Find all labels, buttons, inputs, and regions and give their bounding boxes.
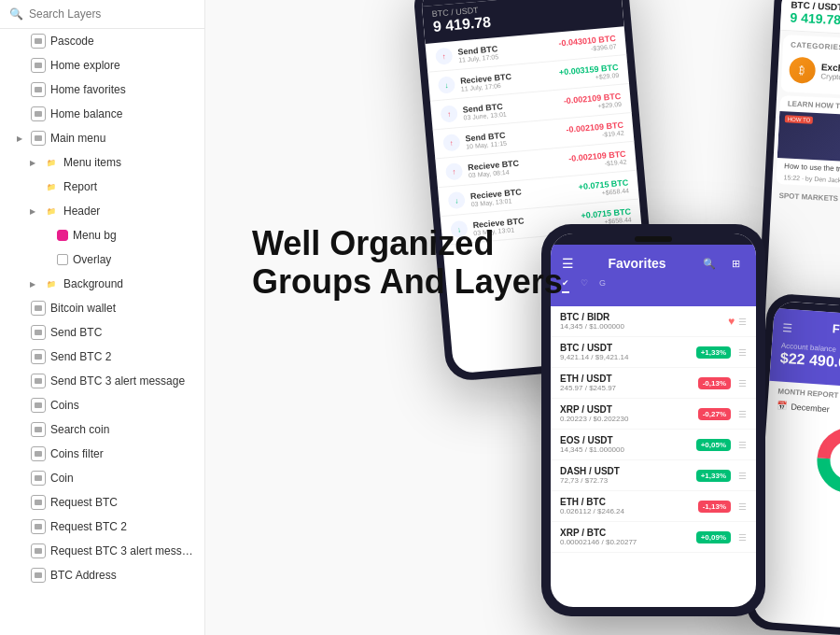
layer-icon-coins-filter: [31, 446, 46, 461]
sidebar-item-send-btc-2[interactable]: Send BTC 2: [0, 345, 204, 369]
coin-menu-icon[interactable]: ☰: [738, 317, 747, 327]
sidebar-item-request-btc[interactable]: Request BTC: [0, 490, 204, 515]
tx-amount: -0.002109 BTC+$29.09: [563, 91, 622, 111]
layer-icon-send-btc-3: [31, 374, 46, 388]
sidebar-item-coins[interactable]: Coins: [0, 393, 204, 417]
phone2-tab-active[interactable]: ✔: [562, 278, 569, 293]
tx-icon: ↑: [440, 105, 458, 123]
coin-row[interactable]: BTC / USDT9,421.14 / $9,421.14+1,33%☰: [551, 337, 756, 368]
search-input[interactable]: [29, 7, 195, 21]
phone2-qr-icon[interactable]: ⊞: [726, 254, 745, 273]
sidebar-item-header[interactable]: ▶📁Header: [0, 199, 204, 223]
coin-row[interactable]: XRP / USDT0.20223 / $0.202230-0,27%☰: [551, 399, 756, 430]
coin-pair: EOS / USDT: [560, 435, 696, 445]
sidebar-item-request-btc-3[interactable]: Request BTC 3 alert message: [0, 539, 204, 563]
layer-label-home-balance: Home balance: [50, 107, 122, 120]
coin-price: 9,421.14 / $9,421.14: [560, 353, 696, 361]
layer-label-home-favorites: Home favorites: [50, 83, 126, 96]
sidebar-item-background[interactable]: ▶📁Background: [0, 272, 204, 296]
tx-info: Send BTC03 June, 13:01: [462, 96, 559, 120]
coin-badge: +1,33%: [696, 346, 731, 359]
coin-info: BTC / USDT9,421.14 / $9,421.14: [560, 343, 696, 361]
sidebar-item-pascode[interactable]: Pascode: [0, 29, 204, 53]
coin-row[interactable]: DASH / USDT72,73 / $72.73+1,33%☰: [551, 460, 756, 491]
coin-right: -0,13%☰: [698, 377, 747, 389]
sidebar-item-btc-address[interactable]: BTC Address: [0, 563, 204, 587]
coin-info: BTC / BIDR14,345 / $1.000000: [560, 312, 728, 331]
phone2-search-icon[interactable]: 🔍: [700, 254, 719, 273]
coin-row[interactable]: BTC / BIDR14,345 / $1.000000♥☰: [551, 306, 756, 337]
month-label: December: [791, 402, 830, 414]
coin-price: 72,73 / $72.73: [560, 476, 696, 485]
sidebar-item-send-btc-3[interactable]: Send BTC 3 alert message: [0, 369, 204, 393]
coin-menu-icon[interactable]: ☰: [738, 501, 747, 512]
phone4-menu-icon: ☰: [782, 320, 793, 334]
coin-menu-icon[interactable]: ☰: [738, 440, 747, 450]
how-to-badge: HOW TO: [785, 115, 814, 124]
layer-icon-coins: [31, 398, 46, 413]
sidebar-item-coin[interactable]: Coin: [0, 466, 204, 490]
donut-chart: $3.2: [762, 414, 840, 508]
coin-right: ♥☰: [728, 315, 747, 328]
layer-icon-request-btc: [31, 495, 46, 510]
sidebar-item-search-coin[interactable]: Search coin: [0, 417, 204, 442]
layer-label-send-btc: Send BTC: [50, 326, 102, 339]
layer-label-report: Report: [63, 180, 97, 193]
layer-icon-bitcoin-wallet: [31, 301, 46, 316]
sidebar-item-request-btc-2[interactable]: Request BTC 2: [0, 515, 204, 539]
phone2-tab-3[interactable]: G: [599, 278, 606, 293]
phone4-header: ☰ Favorites ✔ Account balance $22 490.00…: [769, 308, 840, 393]
layer-icon-overlay: [57, 254, 68, 265]
coin-pair: ETH / USDT: [560, 374, 698, 384]
sidebar-item-send-btc[interactable]: Send BTC: [0, 320, 204, 345]
coin-badge: -0,13%: [698, 377, 731, 389]
layer-label-coins: Coins: [50, 399, 79, 412]
sidebar-item-home-balance[interactable]: Home balance: [0, 102, 204, 126]
sidebar-item-home-explore[interactable]: Home explore: [0, 53, 204, 78]
sidebar-item-main-menu[interactable]: ▶Main menu: [0, 126, 204, 150]
layer-icon-report: 📁: [44, 179, 59, 194]
coin-pair: BTC / BIDR: [560, 312, 728, 322]
tx-amount: +0.003159 BTC+$29.09: [558, 62, 619, 82]
sidebar-item-overlay[interactable]: Overlay: [0, 247, 204, 272]
layer-icon-main-menu: [31, 131, 46, 146]
coin-row[interactable]: ETH / USDT245.97 / $245.97-0,13%☰: [551, 368, 756, 399]
sidebar-item-bitcoin-wallet[interactable]: Bitcoin wallet: [0, 296, 204, 320]
coin-row[interactable]: XRP / BTC0.00002146 / $0.20277+0,09%☰: [551, 522, 756, 553]
sidebar-item-menu-items[interactable]: ▶📁Menu items: [0, 150, 204, 175]
coin-price: 245.97 / $245.97: [560, 384, 698, 392]
phone2-tab-2[interactable]: ♡: [581, 278, 588, 293]
coin-info: ETH / BTC0.026112 / $246.24: [560, 497, 698, 515]
layer-icon-pascode: [31, 34, 46, 49]
sidebar-item-report[interactable]: 📁Report: [0, 175, 204, 199]
coin-info: EOS / USDT14,345 / $1.000000: [560, 435, 696, 454]
coin-row[interactable]: ETH / BTC0.026112 / $246.24-1,13%☰: [551, 491, 756, 522]
layer-label-request-btc-3: Request BTC 3 alert message: [50, 544, 197, 557]
sidebar-item-menu-bg[interactable]: Menu bg: [0, 223, 204, 247]
learn-section: LEARN HOW TO HOW TO ▶ How to use the tra…: [776, 95, 840, 193]
layer-label-send-btc-2: Send BTC 2: [50, 350, 111, 363]
layer-label-request-btc-2: Request BTC 2: [50, 520, 127, 533]
coin-badge: +0,05%: [696, 439, 731, 451]
coin-menu-icon[interactable]: ☰: [738, 347, 747, 358]
coin-menu-icon[interactable]: ☰: [738, 409, 747, 419]
search-icon: 🔍: [9, 7, 23, 21]
phone2-header: ☰ Favorites 🔍 ⊞ ✔ ♡ G: [551, 245, 756, 306]
content-area: Well Organized Groups And Layers ●●● BTC…: [205, 0, 840, 635]
coin-menu-icon[interactable]: ☰: [738, 471, 747, 481]
coin-row[interactable]: EOS / USDT14,345 / $1.000000+0,05%☰: [551, 430, 756, 460]
sidebar-search-container[interactable]: 🔍: [0, 0, 204, 29]
phone2-screen: ☰ Favorites 🔍 ⊞ ✔ ♡ G BTC / BIDR14,345 /…: [551, 233, 756, 607]
coin-info: XRP / USDT0.20223 / $0.202230: [560, 404, 698, 423]
tx-info: Recieve BTC03 May, 08:14: [468, 154, 565, 178]
sidebar-item-coins-filter[interactable]: Coins filter: [0, 442, 204, 466]
sidebar-item-home-favorites[interactable]: Home favorites: [0, 78, 204, 102]
coin-menu-icon[interactable]: ☰: [738, 378, 747, 388]
coin-price: 14,345 / $1.000000: [560, 445, 696, 454]
coin-right: +1,33%☰: [696, 346, 747, 359]
layer-label-coins-filter: Coins filter: [50, 447, 104, 460]
coin-right: -0,27%☰: [698, 408, 747, 420]
coin-menu-icon[interactable]: ☰: [738, 532, 747, 543]
phone4-balance-row: Account balance $22 490.00 WITHDRA...: [779, 342, 840, 377]
coin-badge: +0,09%: [696, 531, 731, 543]
